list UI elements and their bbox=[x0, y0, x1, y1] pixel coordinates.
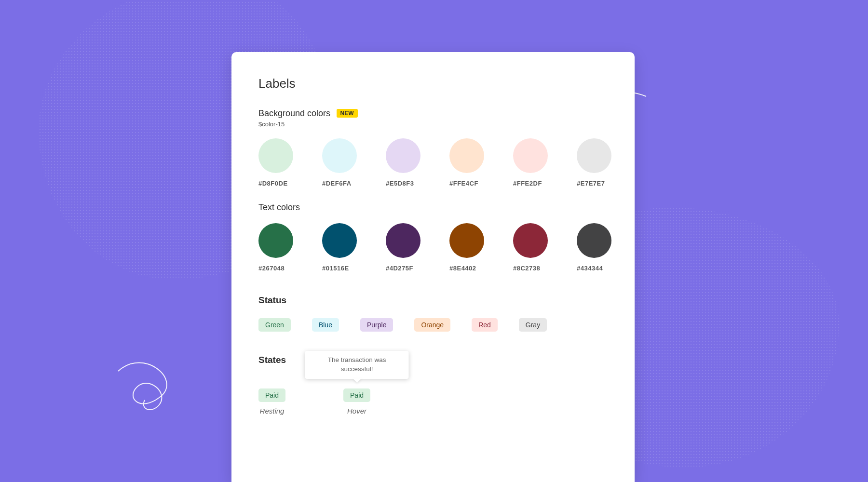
color-swatch: #DEF6FA bbox=[322, 138, 357, 187]
swatch-circle bbox=[386, 223, 420, 258]
decorative-squiggle bbox=[116, 352, 241, 424]
swatch-hex: #4D275F bbox=[386, 265, 413, 272]
state-resting: Paid Resting bbox=[258, 388, 285, 415]
state-label-hover: Hover bbox=[347, 407, 366, 415]
chip-paid-resting[interactable]: Paid bbox=[258, 388, 285, 402]
color-swatch: #FFE4CF bbox=[449, 138, 484, 187]
swatch-circle bbox=[513, 223, 548, 258]
color-swatch: #8E4402 bbox=[449, 223, 484, 272]
color-swatch: #E7E7E7 bbox=[577, 138, 611, 187]
swatch-circle bbox=[449, 223, 484, 258]
status-chip-purple[interactable]: Purple bbox=[360, 318, 393, 332]
swatch-circle bbox=[258, 138, 293, 173]
chip-paid-hover[interactable]: Paid bbox=[343, 388, 370, 402]
status-chip-blue[interactable]: Blue bbox=[312, 318, 339, 332]
color-swatch: #FFE2DF bbox=[513, 138, 548, 187]
text-colors-section: Text colors #267048#01516E#4D275F#8E4402… bbox=[258, 202, 608, 272]
swatch-hex: #E7E7E7 bbox=[577, 180, 605, 187]
text-swatch-row: #267048#01516E#4D275F#8E4402#8C2738#4343… bbox=[258, 223, 608, 272]
states-section: States Paid Resting The transaction was … bbox=[258, 355, 608, 415]
swatch-hex: #8E4402 bbox=[449, 265, 476, 272]
status-chip-red[interactable]: Red bbox=[472, 318, 498, 332]
swatch-circle bbox=[577, 138, 611, 173]
status-chip-orange[interactable]: Orange bbox=[414, 318, 450, 332]
color-swatch: #01516E bbox=[322, 223, 357, 272]
color-swatch: #D8F0DE bbox=[258, 138, 293, 187]
design-card: Labels Background colors NEW $color-15 #… bbox=[231, 52, 635, 482]
color-swatch: #8C2738 bbox=[513, 223, 548, 272]
color-swatch: #4D275F bbox=[386, 223, 420, 272]
state-hover: The transaction was successful! Paid Hov… bbox=[343, 388, 370, 415]
color-swatch: #434344 bbox=[577, 223, 611, 272]
swatch-hex: #DEF6FA bbox=[322, 180, 352, 187]
swatch-hex: #E5D8F3 bbox=[386, 180, 414, 187]
color-swatch: #267048 bbox=[258, 223, 293, 272]
swatch-hex: #01516E bbox=[322, 265, 349, 272]
swatch-hex: #434344 bbox=[577, 265, 603, 272]
swatch-circle bbox=[449, 138, 484, 173]
background-colors-section: Background colors NEW $color-15 #D8F0DE#… bbox=[258, 108, 608, 187]
swatch-circle bbox=[322, 223, 357, 258]
swatch-hex: #8C2738 bbox=[513, 265, 540, 272]
swatch-hex: #FFE4CF bbox=[449, 180, 478, 187]
status-chip-gray[interactable]: Gray bbox=[519, 318, 547, 332]
swatch-hex: #267048 bbox=[258, 265, 285, 272]
swatch-circle bbox=[322, 138, 357, 173]
swatch-circle bbox=[386, 138, 420, 173]
swatch-circle bbox=[577, 223, 611, 258]
new-badge: NEW bbox=[337, 109, 358, 118]
swatch-circle bbox=[258, 223, 293, 258]
status-section: Status GreenBluePurpleOrangeRedGray bbox=[258, 295, 608, 332]
color-swatch: #E5D8F3 bbox=[386, 138, 420, 187]
tooltip: The transaction was successful! bbox=[305, 351, 409, 379]
swatch-hex: #D8F0DE bbox=[258, 180, 288, 187]
section-heading-bg: Background colors bbox=[258, 108, 330, 119]
section-heading-text: Text colors bbox=[258, 202, 300, 213]
state-label-resting: Resting bbox=[260, 407, 285, 415]
bg-swatch-row: #D8F0DE#DEF6FA#E5D8F3#FFE4CF#FFE2DF#E7E7… bbox=[258, 138, 608, 187]
status-chip-row: GreenBluePurpleOrangeRedGray bbox=[258, 318, 608, 332]
swatch-hex: #FFE2DF bbox=[513, 180, 542, 187]
swatch-circle bbox=[513, 138, 548, 173]
status-chip-green[interactable]: Green bbox=[258, 318, 291, 332]
page-title: Labels bbox=[258, 76, 608, 91]
color-token: $color-15 bbox=[258, 120, 608, 128]
section-heading-status: Status bbox=[258, 295, 608, 306]
